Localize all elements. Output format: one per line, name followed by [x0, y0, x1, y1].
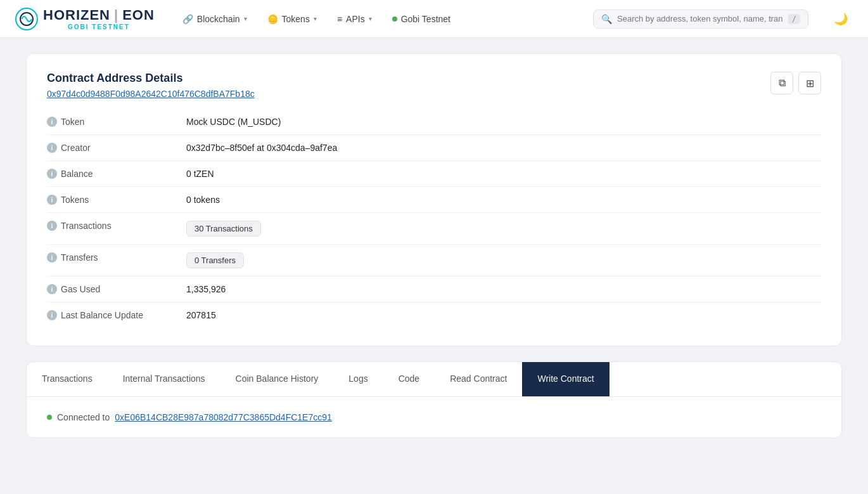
- detail-row-balance: i Balance 0 tZEN: [47, 161, 821, 187]
- logo-text: HORIZEN | EON GOBI TESTNET: [43, 7, 155, 30]
- detail-value-balance: 0 tZEN: [186, 169, 214, 179]
- tab-content-write-contract: Connected to 0xE06B14CB28E987a78082d77C3…: [27, 397, 841, 438]
- detail-label-last-balance-update: i Last Balance Update: [47, 310, 186, 320]
- detail-row-gas-used: i Gas Used 1,335,926: [47, 276, 821, 302]
- tab-coin-balance-history[interactable]: Coin Balance History: [220, 362, 334, 396]
- logo-horizen: HORIZEN: [43, 7, 110, 23]
- tab-logs[interactable]: Logs: [333, 362, 383, 396]
- main-content: Contract Address Details 0x97d4c0d9488F0…: [16, 38, 852, 453]
- tabs-bar: Transactions Internal Transactions Coin …: [27, 362, 841, 397]
- network-dot-icon: [392, 16, 397, 22]
- nav-apis[interactable]: ≡ APIs ▾: [329, 10, 380, 28]
- info-icon: i: [47, 143, 57, 153]
- copy-button[interactable]: ⧉: [770, 72, 793, 94]
- contract-address[interactable]: 0x97d4c0d9488F0d98A2642C10f476C8dfBA7Fb1…: [47, 89, 255, 99]
- transactions-badge[interactable]: 30 Transactions: [186, 221, 261, 237]
- detail-value-transfers: 0 Transfers: [186, 252, 244, 268]
- detail-label-creator: i Creator: [47, 143, 186, 153]
- search-input[interactable]: [617, 14, 783, 23]
- nav-gobi-testnet[interactable]: Gobi Testnet: [385, 10, 458, 28]
- info-icon: i: [47, 195, 57, 205]
- detail-row-last-balance-update: i Last Balance Update 207815: [47, 302, 821, 328]
- detail-value-token: Mock USDC (M_USDC): [186, 117, 281, 127]
- connected-label: Connected to: [57, 412, 110, 422]
- search-bar: 🔍 /: [593, 10, 808, 29]
- nav-blockchain-label: Blockchain: [197, 14, 240, 24]
- header: HORIZEN | EON GOBI TESTNET 🔗 Blockchain …: [0, 0, 868, 38]
- detail-label-transactions: i Transactions: [47, 221, 186, 231]
- search-icon: 🔍: [601, 14, 612, 24]
- chevron-down-icon: ▾: [369, 15, 372, 22]
- tab-code[interactable]: Code: [383, 362, 435, 396]
- card-header: Contract Address Details 0x97d4c0d9488F0…: [47, 72, 821, 99]
- card-header-left: Contract Address Details 0x97d4c0d9488F0…: [47, 72, 255, 99]
- tab-transactions[interactable]: Transactions: [27, 362, 108, 396]
- detail-label-gas-used: i Gas Used: [47, 284, 186, 294]
- connected-dot-icon: [47, 415, 52, 420]
- nav-tokens-label: Tokens: [282, 14, 310, 24]
- logo-icon: [15, 8, 38, 30]
- nav-tokens[interactable]: 🪙 Tokens ▾: [260, 10, 324, 28]
- logo-divider: |: [114, 7, 118, 23]
- detail-row-tokens: i Tokens 0 tokens: [47, 187, 821, 213]
- nav-gobi-label: Gobi Testnet: [401, 14, 450, 24]
- apis-icon: ≡: [337, 14, 342, 24]
- detail-label-transfers: i Transfers: [47, 252, 186, 263]
- connected-line: Connected to 0xE06B14CB28E987a78082d77C3…: [47, 412, 821, 422]
- detail-value-gas-used: 1,335,926: [186, 284, 226, 294]
- chevron-down-icon: ▾: [244, 15, 247, 22]
- card-title: Contract Address Details: [47, 72, 255, 85]
- tab-read-contract[interactable]: Read Contract: [435, 362, 522, 396]
- logo-eon: EON: [122, 7, 155, 23]
- nav-blockchain[interactable]: 🔗 Blockchain ▾: [175, 10, 255, 28]
- dark-mode-toggle[interactable]: 🌙: [829, 10, 853, 29]
- detail-row-transfers: i Transfers 0 Transfers: [47, 245, 821, 276]
- connected-address[interactable]: 0xE06B14CB28E987a78082d77C3865Dd4FC1E7cc…: [115, 412, 331, 422]
- tab-write-contract[interactable]: Write Contract: [522, 362, 609, 396]
- info-icon: i: [47, 221, 57, 231]
- info-icon: i: [47, 117, 57, 127]
- detail-value-transactions: 30 Transactions: [186, 221, 261, 237]
- copy-icon: ⧉: [779, 77, 786, 89]
- tabs-card: Transactions Internal Transactions Coin …: [26, 361, 842, 438]
- transfers-badge[interactable]: 0 Transfers: [186, 252, 244, 268]
- detail-label-tokens: i Tokens: [47, 195, 186, 205]
- detail-value-tokens: 0 tokens: [186, 195, 220, 205]
- info-icon: i: [47, 284, 57, 294]
- tokens-icon: 🪙: [267, 14, 278, 24]
- blockchain-icon: 🔗: [182, 14, 193, 24]
- details-table: i Token Mock USDC (M_USDC) i Creator 0x3…: [47, 109, 821, 328]
- nav-apis-label: APIs: [346, 14, 365, 24]
- logo: HORIZEN | EON GOBI TESTNET: [15, 7, 155, 30]
- info-icon: i: [47, 252, 57, 263]
- main-nav: 🔗 Blockchain ▾ 🪙 Tokens ▾ ≡ APIs ▾ Gobi …: [175, 10, 573, 28]
- detail-label-token: i Token: [47, 117, 186, 127]
- search-slash-badge: /: [788, 14, 800, 24]
- qr-button[interactable]: ⊞: [798, 72, 821, 94]
- contract-card: Contract Address Details 0x97d4c0d9488F0…: [26, 53, 842, 346]
- detail-row-transactions: i Transactions 30 Transactions: [47, 213, 821, 245]
- detail-label-balance: i Balance: [47, 169, 186, 179]
- chevron-down-icon: ▾: [314, 15, 317, 22]
- card-actions: ⧉ ⊞: [770, 72, 821, 94]
- detail-row-token: i Token Mock USDC (M_USDC): [47, 109, 821, 135]
- info-icon: i: [47, 310, 57, 320]
- qr-icon: ⊞: [806, 77, 814, 89]
- logo-subtitle: GOBI TESTNET: [43, 23, 155, 30]
- tab-internal-transactions[interactable]: Internal Transactions: [108, 362, 220, 396]
- info-icon: i: [47, 169, 57, 179]
- detail-row-creator: i Creator 0x32d7bc–8f50ef at 0x304cda–9a…: [47, 135, 821, 161]
- detail-value-last-balance-update: 207815: [186, 310, 216, 320]
- detail-value-creator: 0x32d7bc–8f50ef at 0x304cda–9af7ea: [186, 143, 337, 153]
